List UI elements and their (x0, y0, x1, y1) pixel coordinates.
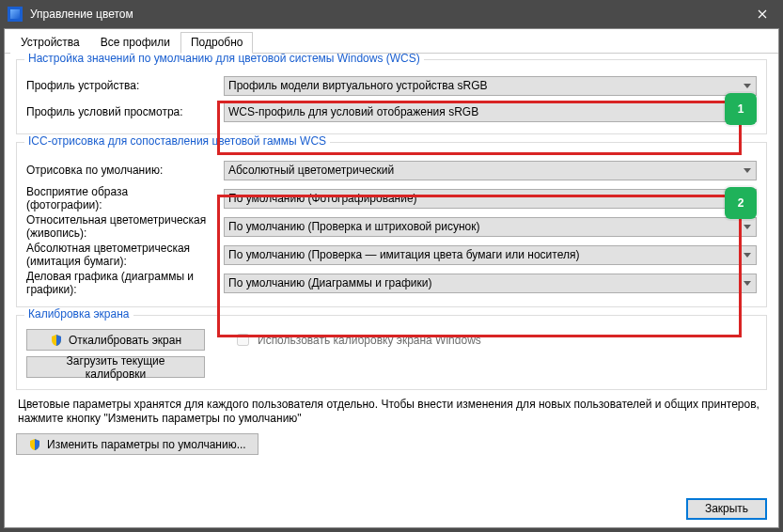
window: Управление цветом Устройства Все профили… (0, 0, 783, 532)
absolute-colorimetric-combo[interactable]: По умолчанию (Проверка — имитация цвета … (224, 245, 757, 265)
tab-devices[interactable]: Устройства (10, 32, 90, 54)
close-button[interactable] (741, 0, 783, 28)
load-calibrations-button[interactable]: Загрузить текущие калибровки (26, 356, 205, 378)
viewing-profile-combo[interactable]: WCS-профиль для условий отображения sRGB (224, 102, 757, 122)
tab-content: Настройка значений по умолчанию для цвет… (5, 54, 778, 490)
relative-colorimetric-combo[interactable]: По умолчанию (Проверка и штриховой рисун… (224, 217, 757, 237)
group-icc-rendering: ICC-отрисовка для сопоставления цветовой… (16, 142, 767, 307)
load-calibrations-label: Загрузить текущие калибровки (39, 354, 193, 381)
perceptual-combo[interactable]: По умолчанию (Фотографирование) (224, 189, 757, 209)
client-area: Устройства Все профили Подробно Настройк… (4, 28, 779, 528)
group-calibration-legend: Калибровка экрана (24, 307, 133, 321)
business-graphics-combo[interactable]: По умолчанию (Диаграммы и графики) (224, 274, 757, 293)
relative-colorimetric-label: Относительная цветометрическая(живопись)… (26, 213, 224, 240)
default-intent-label: Отрисовка по умолчанию: (26, 164, 224, 177)
window-title: Управление цветом (30, 8, 741, 21)
use-windows-calibration-label: Использовать калибровку экрана Windows (258, 334, 481, 347)
group-icc-legend: ICC-отрисовка для сопоставления цветовой… (24, 134, 330, 148)
close-dialog-label: Закрыть (705, 502, 748, 515)
tab-details[interactable]: Подробно (180, 32, 254, 54)
group-wcs-legend: Настройка значений по умолчанию для цвет… (24, 54, 424, 65)
dialog-button-bar: Закрыть (5, 490, 778, 527)
calibrate-display-label: Откалибровать экран (69, 334, 181, 347)
titlebar: Управление цветом (0, 0, 783, 28)
viewing-profile-label: Профиль условий просмотра: (26, 105, 224, 118)
use-windows-calibration-checkbox[interactable] (237, 334, 249, 346)
group-calibration: Калибровка экрана Откалибровать экран Ис… (16, 315, 767, 390)
tab-strip: Устройства Все профили Подробно (5, 29, 778, 54)
close-dialog-button[interactable]: Закрыть (686, 498, 767, 520)
close-icon (758, 9, 767, 19)
shield-icon (50, 334, 63, 347)
group-wcs-defaults: Настройка значений по умолчанию для цвет… (16, 59, 767, 134)
absolute-colorimetric-label: Абсолютная цветометрическая(имитация бум… (26, 242, 224, 268)
device-profile-label: Профиль устройства: (26, 79, 224, 92)
shield-icon (28, 438, 41, 451)
change-defaults-label: Изменить параметры по умолчанию... (47, 438, 246, 451)
device-profile-combo[interactable]: Профиль модели виртуального устройства s… (224, 76, 757, 96)
change-defaults-button[interactable]: Изменить параметры по умолчанию... (16, 433, 258, 455)
use-windows-calibration-check[interactable]: Использовать калибровку экрана Windows (233, 331, 481, 349)
tab-all-profiles[interactable]: Все профили (90, 32, 180, 54)
default-intent-combo[interactable]: Абсолютный цветометрический (224, 161, 757, 180)
app-icon (8, 7, 23, 22)
footer-note: Цветовые параметры хранятся для каждого … (18, 398, 765, 426)
business-graphics-label: Деловая графика (диаграммы играфики): (26, 270, 224, 296)
calibrate-display-button[interactable]: Откалибровать экран (26, 329, 205, 351)
perceptual-label: Восприятие образа(фотографии): (26, 185, 224, 211)
